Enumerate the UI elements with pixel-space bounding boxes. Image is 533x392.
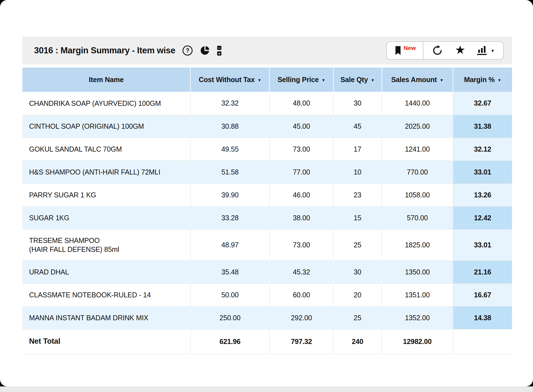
sort-caret-icon: ▼: [257, 78, 261, 82]
item-name-cell: CHANDRIKA SOAP (AYURVEDIC) 100GM: [22, 92, 190, 115]
column-header-cost-without-tax[interactable]: Cost Without Tax▼: [190, 68, 269, 92]
item-name-cell: MANNA INSTANT BADAM DRINK MIX: [22, 306, 190, 329]
item-name-cell: CLASSMATE NOTEBOOK-RULED - 14: [22, 283, 190, 306]
cost-cell: 39.90: [190, 183, 269, 206]
price-cell: 73.00: [269, 229, 333, 260]
item-name-cell: PARRY SUGAR 1 KG: [22, 183, 190, 206]
report-title-bar: 3016 : Margin Summary - Item wise ? − +: [22, 37, 512, 64]
qty-cell: 25: [333, 229, 382, 260]
help-icon[interactable]: ?: [183, 46, 193, 56]
qty-cell: 20: [333, 283, 382, 306]
price-cell: 45.00: [269, 115, 333, 138]
margin-cell: 16.67: [453, 283, 512, 306]
margin-cell: 32.67: [453, 92, 512, 115]
margin-cell: 32.12: [453, 138, 512, 161]
amount-cell: 1350.00: [382, 260, 453, 283]
report-content: 3016 : Margin Summary - Item wise ? − +: [22, 37, 512, 354]
summary-grid-icon[interactable]: − +: [217, 46, 228, 56]
table-row: GOKUL SANDAL TALC 70GM 49.55 73.00 17 12…: [22, 138, 512, 161]
page-title: 3016 : Margin Summary - Item wise: [34, 46, 175, 56]
bar-chart-icon: [477, 46, 487, 55]
column-header-item-name: Item Name: [22, 68, 190, 92]
column-header-margin-pct[interactable]: Margin %▼: [453, 68, 512, 92]
cost-cell: 32.32: [190, 92, 269, 115]
column-header-sale-qty[interactable]: Sale Qty▼: [333, 68, 382, 92]
margin-cell: 21.16: [453, 260, 512, 283]
pie-chart-icon[interactable]: [200, 46, 210, 56]
refresh-icon: [432, 45, 443, 56]
new-badge: New: [404, 45, 416, 51]
table-row: SUGAR 1KG 33.28 38.00 15 570.00 12.42: [22, 206, 512, 229]
column-header-sales-amount[interactable]: Sales Amount▼: [382, 68, 453, 92]
cost-cell: 30.88: [190, 115, 269, 138]
margin-cell: 13.26: [453, 183, 512, 206]
refresh-button[interactable]: [432, 45, 443, 56]
item-name-cell: URAD DHAL: [22, 260, 190, 283]
net-total-price: 797.32: [269, 329, 333, 354]
bookmark-button[interactable]: New: [387, 42, 423, 59]
amount-cell: 1352.00: [382, 306, 453, 329]
table-row: CLASSMATE NOTEBOOK-RULED - 14 50.00 60.0…: [22, 283, 512, 306]
price-cell: 292.00: [269, 306, 333, 329]
price-cell: 48.00: [269, 92, 333, 115]
pie-chart-glyph: [200, 46, 210, 56]
qty-cell: 15: [333, 206, 382, 229]
table-row: URAD DHAL 35.48 45.32 30 1350.00 21.16: [22, 260, 512, 283]
price-cell: 38.00: [269, 206, 333, 229]
net-total-amount: 12982.00: [382, 329, 453, 354]
margin-cell: 33.01: [453, 229, 512, 260]
qty-cell: 30: [333, 92, 382, 115]
price-cell: 46.00: [269, 183, 333, 206]
cost-cell: 250.00: [190, 306, 269, 329]
amount-cell: 1440.00: [382, 92, 453, 115]
item-name-cell: SUGAR 1KG: [22, 206, 190, 229]
chart-view-button[interactable]: ▼: [477, 46, 495, 55]
margin-cell: 14.38: [453, 306, 512, 329]
sort-caret-icon: ▼: [321, 78, 325, 82]
qty-cell: 25: [333, 306, 382, 329]
net-total-cost: 621.96: [190, 329, 269, 354]
sort-caret-icon: ▼: [371, 78, 375, 82]
margin-summary-table: Item Name Cost Without Tax▼ Selling Pric…: [22, 68, 512, 354]
amount-cell: 1825.00: [382, 229, 453, 260]
table-row: H&S SHAMPOO (ANTI-HAIR FALL) 72MLI 51.58…: [22, 161, 512, 183]
toolbar: New ★: [386, 41, 504, 60]
net-total-label: Net Total: [22, 329, 190, 354]
margin-cell: 12.42: [453, 206, 512, 229]
qty-cell: 30: [333, 260, 382, 283]
table-row: TRESEME SHAMPOO (HAIR FALL DEFENSE) 85ml…: [22, 229, 512, 260]
cost-cell: 33.28: [190, 206, 269, 229]
star-icon: ★: [455, 44, 465, 56]
qty-cell: 45: [333, 115, 382, 138]
amount-cell: 570.00: [382, 206, 453, 229]
column-header-selling-price[interactable]: Selling Price▼: [269, 68, 333, 92]
price-cell: 73.00: [269, 138, 333, 161]
sort-caret-icon: ▼: [440, 78, 444, 82]
item-name-cell: CINTHOL SOAP (ORIGINAL) 100GM: [22, 115, 190, 138]
amount-cell: 1058.00: [382, 183, 453, 206]
qty-cell: 23: [333, 183, 382, 206]
item-name-cell: H&S SHAMPOO (ANTI-HAIR FALL) 72MLI: [22, 161, 190, 183]
report-card: 3016 : Margin Summary - Item wise ? − +: [0, 0, 533, 386]
item-name-cell: GOKUL SANDAL TALC 70GM: [22, 138, 190, 161]
amount-cell: 1351.00: [382, 283, 453, 306]
cost-cell: 48.97: [190, 229, 269, 260]
qty-cell: 10: [333, 161, 382, 183]
cost-cell: 51.58: [190, 161, 269, 183]
favorite-button[interactable]: ★: [455, 45, 465, 56]
cost-cell: 49.55: [190, 138, 269, 161]
table-row: CINTHOL SOAP (ORIGINAL) 100GM 30.88 45.0…: [22, 115, 512, 138]
grid-plus-cell: +: [217, 51, 221, 56]
window-bottom-strip: [0, 386, 533, 392]
table-row: CHANDRIKA SOAP (AYURVEDIC) 100GM 32.32 4…: [22, 92, 512, 115]
sort-caret-icon: ▼: [498, 78, 501, 82]
net-total-qty: 240: [333, 329, 382, 354]
table-row: PARRY SUGAR 1 KG 39.90 46.00 23 1058.00 …: [22, 183, 512, 206]
cost-cell: 35.48: [190, 260, 269, 283]
grid-minus-cell: −: [217, 46, 221, 50]
price-cell: 60.00: [269, 283, 333, 306]
bookmark-icon: [394, 46, 402, 55]
net-total-row: Net Total 621.96 797.32 240 12982.00: [22, 329, 512, 354]
chevron-down-icon: ▼: [491, 48, 495, 53]
table-header-row: Item Name Cost Without Tax▼ Selling Pric…: [22, 68, 512, 92]
